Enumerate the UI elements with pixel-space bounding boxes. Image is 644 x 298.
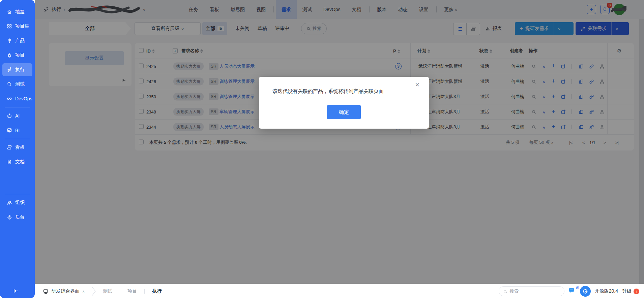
upgrade-arrow-icon: ↑	[634, 289, 639, 294]
slant-divider	[91, 286, 96, 296]
bottom-tab-execution[interactable]: 执行	[152, 288, 162, 294]
bulb-icon	[7, 38, 12, 43]
sidebar-divider	[5, 194, 30, 194]
sidebar-collapse-button[interactable]	[13, 288, 19, 294]
ai-assistant-button[interactable]: AI	[568, 288, 576, 295]
dialog-ok-button[interactable]: 确定	[327, 105, 361, 119]
sidebar-item-label: DevOps	[15, 96, 32, 101]
gear-icon	[7, 214, 12, 220]
sidebar-item-admin[interactable]: 后台	[2, 211, 32, 224]
dialog-close-icon[interactable]: ×	[413, 80, 421, 90]
zentao-logo[interactable]	[580, 286, 591, 297]
sidebar-divider	[5, 107, 30, 107]
sidebar-item-org[interactable]: 组织	[2, 196, 32, 209]
sidebar-item-devops[interactable]: DevOps	[2, 92, 32, 105]
chevron-up-icon[interactable]: ∧	[82, 290, 85, 293]
magnifier-icon	[7, 81, 12, 87]
sidebar-item-bi[interactable]: BI	[2, 124, 32, 137]
dialog-message: 该迭代没有关联的产品，系统将转到产品关联页面	[272, 88, 384, 95]
search-placeholder: 搜索	[510, 288, 519, 294]
robot-icon	[7, 113, 12, 119]
users-icon	[7, 200, 12, 205]
app-window: 地盘 项目集 产品 项目 执行 测试 DevOps AI	[0, 0, 644, 298]
sidebar-item-label: 测试	[15, 81, 25, 87]
upgrade-link[interactable]: 升级 ↑	[622, 288, 639, 294]
bottom-tab-project[interactable]: 项目	[127, 288, 137, 294]
sidebar-item-label: 项目	[15, 52, 25, 58]
sidebar-item-label: 执行	[15, 67, 25, 73]
sidebar-item-label: AI	[15, 113, 20, 119]
sidebar-item-execution[interactable]: 执行	[2, 63, 32, 76]
dialog: 该迭代没有关联的产品，系统将转到产品关联页面 × 确定	[259, 77, 429, 129]
sidebar-item-product[interactable]: 产品	[2, 34, 32, 47]
monitor-icon	[43, 289, 49, 294]
workspace-selector[interactable]: 研发综合界面	[51, 288, 80, 294]
sidebar-item-doc[interactable]: 文档	[2, 156, 32, 168]
sidebar-item-program[interactable]: 项目集	[2, 20, 32, 33]
bi-chart-icon	[7, 128, 12, 133]
document-icon	[7, 159, 12, 165]
sidebar-item-label: 文档	[15, 159, 25, 165]
sidebar-item-label: 看板	[15, 144, 25, 151]
global-search-input[interactable]: 搜索	[499, 286, 564, 296]
sidebar-item-label: 产品	[15, 38, 25, 44]
modal-overlay	[35, 0, 644, 284]
sidebar-item-test[interactable]: 测试	[2, 78, 32, 91]
sidebar-item-kanban[interactable]: 看板	[2, 141, 32, 154]
sidebar-item-project[interactable]: 项目	[2, 49, 32, 62]
tab-divider	[120, 289, 120, 294]
rocket-icon	[7, 53, 12, 58]
sidebar-item-label: 地盘	[15, 9, 25, 15]
logo-swirl-icon	[582, 288, 588, 294]
kanban-icon	[7, 145, 12, 150]
collapse-left-icon	[13, 288, 19, 294]
sidebar-item-dashboard[interactable]: 地盘	[2, 5, 32, 18]
sidebar: 地盘 项目集 产品 项目 执行 测试 DevOps AI	[0, 0, 35, 298]
tab-divider	[144, 289, 145, 294]
version-label: 开源版20.4	[595, 288, 618, 294]
sidebar-item-label: 组织	[15, 200, 25, 206]
sidebar-item-label: 项目集	[15, 23, 29, 29]
bottom-tab-test[interactable]: 测试	[103, 288, 112, 294]
sidebar-item-label: 后台	[15, 214, 25, 220]
sidebar-divider	[5, 139, 30, 139]
grid-icon	[7, 24, 12, 29]
search-icon	[503, 289, 507, 294]
runner-icon	[7, 67, 12, 72]
ai-label: AI	[576, 286, 579, 290]
ai-chat-icon	[568, 288, 576, 294]
bottom-bar: 研发综合界面 ∧ 测试 项目 执行 搜索 AI 开源版20.4 升级	[35, 284, 644, 298]
sidebar-item-label: BI	[15, 128, 20, 133]
home-icon	[7, 9, 12, 14]
sidebar-item-ai[interactable]: AI	[2, 109, 32, 122]
infinity-icon	[7, 96, 12, 101]
